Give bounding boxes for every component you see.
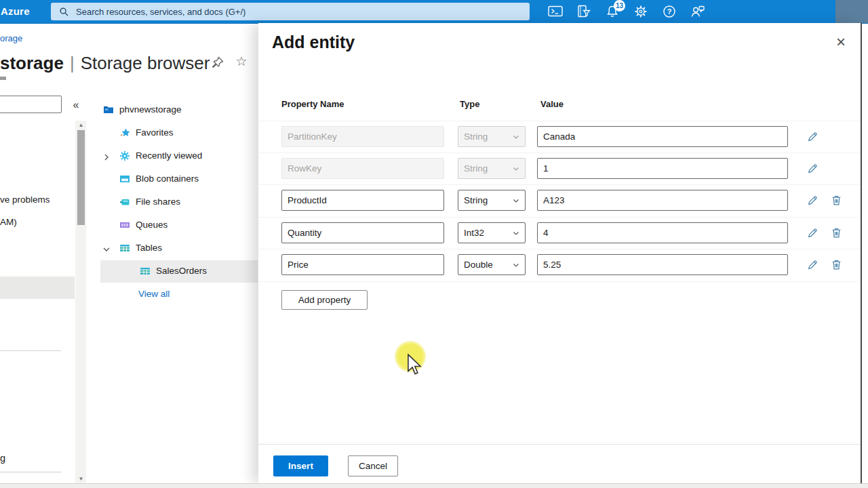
chevron-down-icon[interactable] bbox=[102, 244, 111, 256]
select-chevron-icon bbox=[512, 261, 520, 269]
feedback-button[interactable] bbox=[684, 0, 712, 23]
notification-count-badge: 13 bbox=[614, 0, 625, 12]
tree-item-phvnewstorage[interactable]: phvnewstorage bbox=[86, 99, 258, 121]
panel-right-edge bbox=[861, 23, 862, 483]
search-icon bbox=[59, 7, 69, 17]
favorites-icon bbox=[119, 127, 130, 138]
collapse-tree-button[interactable]: « bbox=[67, 96, 85, 114]
rows-bottom-divider bbox=[258, 281, 861, 282]
global-search-input[interactable] bbox=[75, 6, 484, 18]
type-select: String bbox=[458, 126, 526, 147]
type-select-value: String bbox=[464, 163, 488, 174]
tree-link-view-all[interactable]: View all bbox=[86, 283, 258, 306]
cloudshell-icon bbox=[548, 5, 563, 18]
property-value-input[interactable] bbox=[537, 126, 788, 147]
type-select[interactable]: String bbox=[458, 190, 526, 211]
property-name-input[interactable] bbox=[281, 222, 444, 243]
tree-item-label: SalesOrders bbox=[156, 266, 207, 276]
file-shares-icon bbox=[119, 197, 130, 207]
page-title-section: Storage browser bbox=[81, 53, 210, 73]
edit-pencil-icon[interactable] bbox=[805, 226, 820, 241]
close-icon[interactable]: × bbox=[831, 33, 850, 52]
topbar-icon-group: 13? bbox=[541, 0, 712, 23]
feedback-icon bbox=[690, 5, 705, 18]
help-button[interactable]: ? bbox=[655, 0, 684, 23]
property-row-partitionkey: String bbox=[258, 121, 861, 152]
property-row-quantity: Int32 bbox=[258, 217, 861, 249]
recently-viewed-icon bbox=[119, 150, 130, 161]
tree-item-label: Recently viewed bbox=[136, 150, 202, 161]
cancel-button[interactable]: Cancel bbox=[348, 455, 398, 476]
tree-item-favorites[interactable]: Favorites bbox=[86, 122, 258, 144]
account-avatar[interactable] bbox=[835, 0, 868, 23]
tree-item-label: View all bbox=[138, 289, 170, 299]
scrollbar-thumb[interactable] bbox=[77, 130, 85, 225]
tables-icon bbox=[119, 243, 130, 253]
select-chevron-icon bbox=[512, 197, 520, 205]
tree-item-tables[interactable]: Tables bbox=[86, 237, 258, 260]
tree-item-recently-viewed[interactable]: Recently viewed bbox=[86, 145, 258, 167]
property-value-input[interactable] bbox=[537, 222, 788, 243]
storage-account-icon bbox=[103, 104, 114, 115]
tree-item-file-shares[interactable]: File shares bbox=[86, 191, 258, 214]
scroll-up-icon[interactable]: ▲ bbox=[75, 122, 87, 128]
property-row-price: Double bbox=[258, 249, 861, 281]
type-select[interactable]: Double bbox=[458, 254, 526, 275]
type-select-value: Int32 bbox=[464, 228, 484, 238]
delete-trash-icon[interactable] bbox=[829, 194, 844, 209]
directory-filter-button[interactable] bbox=[570, 0, 598, 23]
cloudshell-button[interactable] bbox=[541, 0, 570, 23]
add-property-button[interactable]: Add property bbox=[281, 290, 368, 310]
settings-icon bbox=[634, 5, 648, 18]
tree-item-queues[interactable]: Queues bbox=[86, 214, 258, 237]
edit-pencil-icon[interactable] bbox=[805, 162, 820, 177]
pin-icon[interactable] bbox=[210, 56, 225, 70]
menu-item-selected-highlight[interactable] bbox=[0, 277, 75, 299]
global-search-bar[interactable] bbox=[51, 3, 530, 20]
property-value-input[interactable] bbox=[537, 254, 788, 275]
chevron-right-icon[interactable] bbox=[102, 152, 111, 164]
insert-button[interactable]: Insert bbox=[273, 455, 328, 476]
property-row-rowkey: String bbox=[258, 152, 861, 184]
settings-button[interactable] bbox=[627, 0, 655, 23]
azure-brand-logo[interactable]: Azure bbox=[1, 5, 30, 17]
clipped-subtitle-fragment bbox=[0, 77, 6, 80]
delete-trash-icon[interactable] bbox=[829, 226, 844, 241]
favorite-star-icon[interactable]: ☆ bbox=[234, 54, 249, 69]
tree-item-label: Queues bbox=[136, 220, 167, 230]
breadcrumb[interactable]: orage bbox=[0, 33, 22, 43]
property-name-input[interactable] bbox=[281, 254, 444, 275]
property-name-input[interactable] bbox=[281, 190, 444, 211]
add-entity-panel: Add entity × Property Name Type Value St… bbox=[258, 23, 861, 483]
select-chevron-icon bbox=[512, 133, 520, 141]
property-value-input[interactable] bbox=[537, 158, 788, 179]
page-title-account: storage bbox=[0, 53, 64, 73]
notifications-button[interactable]: 13 bbox=[598, 0, 627, 23]
panel-title: Add entity bbox=[272, 33, 355, 52]
scroll-down-icon[interactable]: ▼ bbox=[75, 476, 87, 482]
edit-pencil-icon[interactable] bbox=[805, 130, 820, 145]
blob-containers-icon bbox=[119, 174, 130, 184]
column-header-type: Type bbox=[460, 99, 479, 109]
menu-item-iam-fragment[interactable]: AM) bbox=[0, 217, 17, 227]
tree-item-label: Tables bbox=[136, 243, 162, 253]
delete-trash-icon[interactable] bbox=[829, 258, 844, 273]
tree-item-label: Blob containers bbox=[136, 174, 199, 184]
tree-item-label: Favorites bbox=[136, 127, 174, 138]
tables-icon bbox=[140, 266, 151, 277]
type-select: String bbox=[458, 158, 526, 179]
tree-item-salesorders[interactable]: SalesOrders bbox=[86, 260, 258, 283]
type-select[interactable]: Int32 bbox=[458, 222, 526, 243]
property-name-input bbox=[281, 126, 444, 147]
footer-divider bbox=[258, 444, 861, 445]
menu-item-diagnose-fragment[interactable]: ve problems bbox=[0, 195, 50, 205]
property-value-input[interactable] bbox=[537, 190, 788, 211]
azure-top-bar: Azure 13? bbox=[0, 0, 868, 24]
tree-item-blob-containers[interactable]: Blob containers bbox=[86, 168, 258, 190]
edit-pencil-icon[interactable] bbox=[805, 258, 820, 273]
menu-divider bbox=[0, 350, 61, 351]
resource-search-input[interactable] bbox=[0, 96, 62, 113]
edit-pencil-icon[interactable] bbox=[805, 194, 820, 209]
left-scrollbar[interactable]: ▲ ▼ bbox=[75, 121, 87, 483]
help-icon: ? bbox=[663, 5, 676, 18]
